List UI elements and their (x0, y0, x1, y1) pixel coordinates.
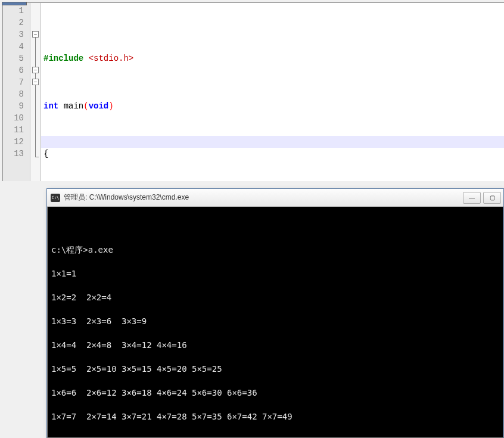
code-area[interactable]: #include <stdio.h> int main(void) { int … (41, 3, 504, 181)
console-line: 1×7=7 2×7=14 3×7=21 4×7=28 5×7=35 6×7=42… (51, 411, 499, 423)
console-line: 1×5=5 2×5=10 3×5=15 4×5=20 5×5=25 (51, 363, 499, 375)
fold-toggle-icon[interactable]: − (32, 31, 39, 38)
console-line: 1×1=1 (51, 268, 499, 279)
console-window[interactable]: C:\ 管理员: C:\Windows\system32\cmd.exe — ▢… (46, 188, 504, 438)
console-line: 1×4=4 2×4=8 3×4=12 4×4=16 (51, 339, 499, 351)
current-line-highlight (41, 136, 504, 148)
console-title: 管理员: C:\Windows\system32\cmd.exe (64, 192, 463, 203)
cmd-icon: C:\ (51, 194, 60, 202)
console-line: c:\程序>a.exe (51, 244, 499, 256)
console-line: 1×3=3 2×3=6 3×3=9 (51, 315, 499, 327)
console-line: 1×8=8 2×8=16 3×8=24 4×8=32 5×8=40 6×8=48… (51, 434, 499, 438)
console-titlebar[interactable]: C:\ 管理员: C:\Windows\system32\cmd.exe — ▢ (47, 189, 503, 207)
fold-gutter: − − − (30, 3, 41, 181)
minimize-button[interactable]: — (463, 192, 481, 204)
fold-toggle-icon[interactable]: − (32, 67, 39, 73)
editor-tab[interactable] (2, 2, 27, 5)
console-line: 1×2=2 2×2=4 (51, 291, 499, 303)
line-number-gutter: 1 2 3 4 5 6 7 8 9 10 11 12 13 (3, 3, 30, 181)
code-editor[interactable]: 1 2 3 4 5 6 7 8 9 10 11 12 13 − − − #inc… (2, 2, 504, 181)
console-line: 1×6=6 2×6=12 3×6=18 4×6=24 5×6=30 6×6=36 (51, 387, 499, 399)
console-output[interactable]: c:\程序>a.exe 1×1=1 1×2=2 2×2=4 1×3=3 2×3=… (47, 207, 503, 438)
fold-toggle-icon[interactable]: − (32, 79, 39, 85)
maximize-button[interactable]: ▢ (483, 192, 501, 204)
